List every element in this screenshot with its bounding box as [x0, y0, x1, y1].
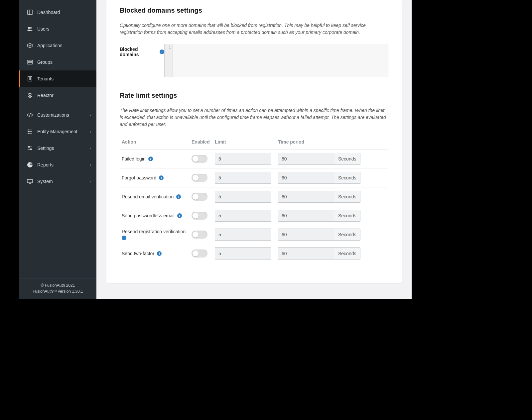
sidebar-item-customizations[interactable]: Customizations ‹: [19, 107, 96, 123]
rate-enabled-toggle[interactable]: [192, 174, 207, 182]
rate-action-label: Failed login: [122, 156, 146, 161]
blocked-domains-input[interactable]: [173, 44, 388, 77]
rate-period-unit: Seconds: [334, 248, 360, 260]
blocked-domains-desc: Optionally configure one or more domains…: [120, 22, 388, 36]
editor-gutter: 1: [165, 44, 173, 77]
rate-enabled-toggle[interactable]: [192, 250, 207, 258]
rate-period-input[interactable]: [278, 248, 334, 260]
rate-period-unit: Seconds: [334, 191, 360, 203]
users-icon: [27, 26, 33, 32]
rate-period-input[interactable]: [278, 172, 334, 184]
info-icon[interactable]: i: [157, 251, 162, 256]
rate-row: Send two-factoriSeconds: [120, 244, 388, 263]
svg-rect-6: [30, 61, 32, 62]
rate-row: Forgot passwordiSeconds: [120, 168, 388, 187]
blocked-domains-editor[interactable]: 1: [164, 44, 388, 77]
rate-limit-input[interactable]: [215, 210, 271, 222]
rate-action-label: Forgot password: [122, 175, 156, 180]
sidebar-item-label: Reports: [37, 162, 54, 167]
svg-point-25: [30, 149, 32, 150]
rate-limit-desc: The Rate limit settings allow you to set…: [120, 107, 388, 128]
chevron-left-icon: ‹: [90, 147, 91, 150]
rate-enabled-toggle[interactable]: [192, 231, 207, 239]
sidebar-footer: © FusionAuth 2021 FusionAuth™ version 1.…: [19, 278, 96, 299]
groups-icon: [27, 59, 33, 65]
rate-period-input[interactable]: [278, 210, 334, 222]
customizations-icon: [27, 112, 33, 118]
rate-row: Failed loginiSeconds: [120, 150, 388, 168]
info-icon[interactable]: i: [159, 175, 164, 180]
rate-enabled-toggle[interactable]: [192, 193, 207, 201]
chevron-left-icon: ‹: [90, 163, 91, 167]
sidebar-menu: Dashboard Users Applications Groups: [19, 0, 96, 278]
rate-limit-input[interactable]: [215, 172, 271, 184]
rate-row: Resend email verificationiSeconds: [120, 187, 388, 206]
blocked-domains-label: Blocked domains i: [120, 44, 164, 57]
chevron-left-icon: ‹: [90, 180, 91, 183]
rate-enabled-toggle[interactable]: [192, 212, 207, 220]
sidebar-item-entity-management[interactable]: Entity Management ‹: [19, 123, 96, 140]
sidebar-item-groups[interactable]: Groups: [19, 54, 96, 70]
info-icon[interactable]: i: [148, 157, 153, 161]
svg-point-20: [28, 131, 29, 132]
rate-action-label: Resend email verification: [122, 194, 174, 199]
chevron-left-icon: ‹: [90, 113, 91, 117]
sidebar-item-label: System: [37, 179, 53, 184]
rate-limit-input[interactable]: [215, 248, 271, 260]
rate-period-input[interactable]: [278, 229, 334, 241]
rate-period-input[interactable]: [278, 191, 334, 203]
sidebar-item-label: Users: [37, 26, 50, 32]
chevron-left-icon: ‹: [90, 130, 91, 134]
sidebar-item-label: Applications: [37, 43, 63, 48]
dashboard-icon: [27, 9, 33, 16]
applications-icon: [27, 42, 33, 49]
sidebar-item-users[interactable]: Users: [19, 21, 96, 37]
info-icon[interactable]: i: [122, 236, 126, 240]
sidebar-item-system[interactable]: System ‹: [19, 173, 96, 190]
sidebar-item-settings[interactable]: Settings ‹: [19, 140, 96, 157]
info-icon[interactable]: i: [177, 213, 182, 218]
info-icon[interactable]: i: [176, 194, 181, 199]
app-shell: Dashboard Users Applications Groups: [19, 0, 412, 299]
main-content: Blocked domains settings Optionally conf…: [96, 0, 412, 299]
rate-period-unit: Seconds: [334, 153, 360, 165]
svg-point-21: [28, 133, 29, 134]
rate-limit-input[interactable]: [215, 191, 271, 203]
rate-row: Resend registration verificationiSeconds: [120, 225, 388, 244]
sidebar-item-label: Reactor: [37, 93, 54, 98]
rate-action-label: Resend registration verification: [122, 229, 186, 234]
sidebar-item-label: Customizations: [37, 112, 69, 118]
sidebar-item-applications[interactable]: Applications: [19, 37, 96, 54]
blocked-domains-label-text: Blocked domains: [120, 47, 158, 57]
rate-period-unit: Seconds: [334, 229, 360, 241]
svg-rect-26: [27, 179, 33, 183]
tenants-icon: [27, 75, 33, 82]
rate-enabled-toggle[interactable]: [192, 155, 207, 163]
sidebar-divider: [19, 105, 96, 105]
footer-version: FusionAuth™ version 1.30.1: [22, 288, 94, 294]
blocked-domains-row: Blocked domains i 1: [120, 44, 388, 77]
rate-period-input[interactable]: [278, 153, 334, 165]
sidebar-item-reports[interactable]: Reports ‹: [19, 157, 96, 173]
entity-icon: [27, 128, 33, 135]
settings-icon: [27, 145, 33, 152]
reactor-icon: [27, 92, 33, 99]
svg-rect-7: [28, 76, 32, 81]
rate-header-limit: Limit: [213, 136, 276, 150]
rate-limit-input[interactable]: [215, 153, 271, 165]
rate-row: Send passwordless emailiSeconds: [120, 206, 388, 225]
rate-limit-input[interactable]: [215, 229, 271, 241]
blocked-domains-title: Blocked domains settings: [120, 0, 388, 17]
svg-point-19: [28, 130, 29, 130]
svg-rect-0: [28, 10, 32, 15]
info-icon[interactable]: i: [160, 50, 164, 54]
sidebar-item-dashboard[interactable]: Dashboard: [19, 4, 96, 21]
sidebar-item-label: Settings: [37, 146, 54, 151]
sidebar-item-reactor[interactable]: Reactor: [19, 87, 96, 104]
svg-rect-5: [28, 61, 30, 62]
rate-header-enabled: Enabled: [190, 136, 213, 150]
rate-action-label: Send two-factor: [122, 251, 154, 256]
rate-period-unit: Seconds: [334, 172, 360, 184]
sidebar-item-tenants[interactable]: Tenants: [19, 70, 96, 87]
settings-card: Blocked domains settings Optionally conf…: [106, 0, 402, 283]
